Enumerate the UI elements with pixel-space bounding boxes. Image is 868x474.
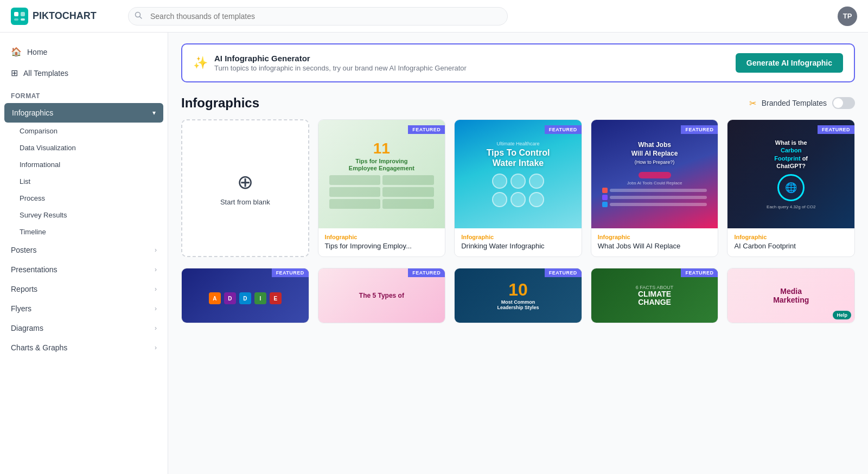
ai-banner-subtitle: Turn topics to infographic in seconds, t… bbox=[214, 64, 729, 72]
search-input[interactable] bbox=[128, 7, 508, 25]
logo-text: PIKTOCHART bbox=[33, 10, 97, 22]
template-card-climate[interactable]: FEATURED 6 FACTS ABOUT CLIMATECHANGE bbox=[591, 268, 719, 323]
template-name-employee: Tips for Improving Employ... bbox=[325, 242, 439, 250]
template-name-water: Drinking Water Infographic bbox=[461, 242, 575, 250]
sidebar-item-charts-graphs[interactable]: Charts & Graphs › bbox=[0, 338, 168, 357]
template-card-blank[interactable]: ⊕ Start from blank bbox=[181, 119, 309, 257]
sidebar-item-timeline[interactable]: Timeline bbox=[0, 223, 168, 240]
section-header: Infographics ✂ Branded Templates bbox=[181, 95, 855, 111]
template-preview-tips-employee: 11 Tips for ImprovingEmployee Engagement bbox=[318, 120, 445, 228]
avatar[interactable]: TP bbox=[838, 7, 857, 26]
sidebar-item-flyers[interactable]: Flyers › bbox=[0, 299, 168, 318]
svg-rect-4 bbox=[21, 18, 25, 21]
template-preview-climate: FEATURED 6 FACTS ABOUT CLIMATECHANGE bbox=[591, 268, 718, 323]
chevron-down-icon: ▾ bbox=[152, 109, 156, 117]
page-title: Infographics bbox=[181, 95, 259, 111]
search-bar[interactable] bbox=[128, 7, 508, 25]
blank-label: Start from blank bbox=[220, 198, 270, 206]
template-meta-employee: Infographic Tips for Improving Employ... bbox=[318, 228, 445, 257]
sidebar-item-reports[interactable]: Reports › bbox=[0, 279, 168, 299]
sidebar-item-list[interactable]: List bbox=[0, 173, 168, 190]
template-grid-row2: FEATURED A D D I E FEATURED bbox=[181, 268, 855, 323]
sidebar-item-data-visualization[interactable]: Data Visualization bbox=[0, 139, 168, 156]
sidebar-nav-all-label: All Templates bbox=[23, 69, 68, 78]
svg-line-6 bbox=[140, 16, 142, 18]
logo[interactable]: PIKTOCHART bbox=[11, 8, 119, 25]
template-preview-five-types: FEATURED The 5 Types of bbox=[318, 268, 445, 323]
template-card-five-types[interactable]: FEATURED The 5 Types of bbox=[318, 268, 446, 323]
template-card-water[interactable]: Ultimate Healthcare Tips To ControlWater… bbox=[454, 119, 582, 257]
template-type-water: Infographic bbox=[461, 234, 575, 240]
sidebar-infographics-label: Infographics bbox=[12, 108, 53, 117]
template-card-media[interactable]: Help MediaMarketing bbox=[727, 268, 855, 323]
featured-badge-water: FEATURED bbox=[545, 125, 582, 134]
template-meta-ai-replace: Infographic What Jobs Will AI Replace bbox=[591, 228, 718, 257]
sidebar-item-posters[interactable]: Posters › bbox=[0, 240, 168, 260]
featured-badge-leadership: FEATURED bbox=[545, 268, 582, 277]
featured-badge-ai-replace: FEATURED bbox=[681, 125, 718, 134]
crown-icon: ✂ bbox=[749, 98, 756, 108]
branded-toggle-switch[interactable] bbox=[832, 97, 855, 109]
template-meta-water: Infographic Drinking Water Infographic bbox=[455, 228, 582, 257]
sidebar-item-process[interactable]: Process bbox=[0, 190, 168, 207]
template-preview-leadership: FEATURED 10 Most CommonLeadership Styles bbox=[455, 268, 582, 323]
branded-templates-label: Branded Templates bbox=[762, 99, 827, 107]
logo-icon bbox=[11, 8, 28, 25]
ai-banner-text: AI Infographic Generator Turn topics to … bbox=[214, 54, 729, 72]
generate-ai-infographic-button[interactable]: Generate AI Infographic bbox=[736, 53, 843, 73]
featured-badge-carbon: FEATURED bbox=[818, 125, 854, 134]
template-card-carbon[interactable]: What is theCarbonFootprint ofChatGPT? 🌐 … bbox=[727, 119, 855, 257]
content-area: ✨ AI Infographic Generator Turn topics t… bbox=[168, 33, 868, 474]
chevron-right-icon-flyers: › bbox=[155, 305, 157, 312]
template-card-ai-replace[interactable]: What JobsWill AI Replace(How to Prepare?… bbox=[591, 119, 719, 257]
svg-rect-3 bbox=[14, 18, 18, 21]
home-icon: 🏠 bbox=[11, 47, 22, 57]
chevron-right-icon-diagrams: › bbox=[155, 324, 157, 332]
chevron-right-icon-posters: › bbox=[155, 246, 157, 254]
template-preview-media: Help MediaMarketing bbox=[727, 268, 854, 323]
sidebar-item-presentations[interactable]: Presentations › bbox=[0, 260, 168, 279]
template-type-ai-replace: Infographic bbox=[598, 234, 712, 240]
ai-banner: ✨ AI Infographic Generator Turn topics t… bbox=[181, 43, 855, 82]
template-name-carbon: AI Carbon Footprint bbox=[734, 242, 848, 250]
sidebar-item-all-templates[interactable]: ⊞ All Templates bbox=[0, 62, 168, 84]
sidebar-item-home[interactable]: 🏠 Home bbox=[0, 41, 168, 62]
ai-sparkle-icon: ✨ bbox=[193, 56, 208, 70]
template-card-tips-employee[interactable]: 11 Tips for ImprovingEmployee Engagement bbox=[318, 119, 446, 257]
sidebar-item-survey-results[interactable]: Survey Results bbox=[0, 207, 168, 223]
search-icon bbox=[135, 11, 142, 21]
template-meta-carbon: Infographic AI Carbon Footprint bbox=[727, 228, 854, 257]
sidebar-item-diagrams[interactable]: Diagrams › bbox=[0, 318, 168, 338]
svg-rect-2 bbox=[21, 12, 25, 16]
template-card-leadership[interactable]: FEATURED 10 Most CommonLeadership Styles bbox=[454, 268, 582, 323]
chevron-right-icon-charts: › bbox=[155, 344, 157, 351]
sidebar: 🏠 Home ⊞ All Templates Format Infographi… bbox=[0, 33, 168, 474]
format-label: Format bbox=[0, 84, 168, 103]
template-type-employee: Infographic bbox=[325, 234, 439, 240]
ai-banner-title: AI Infographic Generator bbox=[214, 54, 729, 63]
grid-icon: ⊞ bbox=[11, 68, 18, 78]
svg-rect-1 bbox=[14, 12, 18, 16]
topbar: PIKTOCHART TP bbox=[0, 0, 868, 33]
template-type-carbon: Infographic bbox=[734, 234, 848, 240]
template-preview-carbon: What is theCarbonFootprint ofChatGPT? 🌐 … bbox=[727, 120, 854, 228]
branded-templates-toggle[interactable]: ✂ Branded Templates bbox=[749, 97, 855, 109]
svg-rect-0 bbox=[11, 8, 28, 25]
featured-badge-five-types: FEATURED bbox=[408, 268, 445, 277]
template-preview-ai-replace: What JobsWill AI Replace(How to Prepare?… bbox=[591, 120, 718, 228]
sidebar-nav-home-label: Home bbox=[27, 48, 47, 56]
template-grid-row1: ⊕ Start from blank 11 Tips for Improving… bbox=[181, 119, 855, 257]
sidebar-item-informational[interactable]: Informational bbox=[0, 156, 168, 173]
featured-badge-climate: FEATURED bbox=[681, 268, 718, 277]
chevron-right-icon-presentations: › bbox=[155, 266, 157, 273]
featured-badge-addie: FEATURED bbox=[272, 268, 309, 277]
template-name-ai-replace: What Jobs Will AI Replace bbox=[598, 242, 712, 250]
plus-icon: ⊕ bbox=[237, 171, 253, 194]
sidebar-item-comparison[interactable]: Comparison bbox=[0, 123, 168, 139]
template-card-addie[interactable]: FEATURED A D D I E bbox=[181, 268, 309, 323]
template-preview-water: Ultimate Healthcare Tips To ControlWater… bbox=[455, 120, 582, 228]
sidebar-item-infographics[interactable]: Infographics ▾ bbox=[4, 103, 163, 123]
template-preview-addie: FEATURED A D D I E bbox=[182, 268, 309, 323]
featured-badge-employee: FEATURED bbox=[408, 125, 445, 134]
chevron-right-icon-reports: › bbox=[155, 285, 157, 293]
